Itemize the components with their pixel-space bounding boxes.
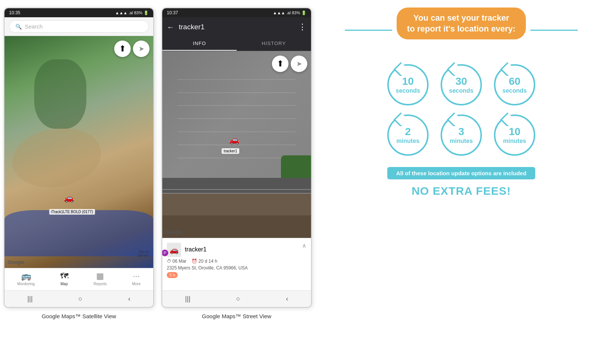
- phone1-tracker-label: iTrack1LTE BOLD (0177): [49, 209, 95, 215]
- phone1-status-bar: 10:35 ▲▲▲ .al 83% 🔋: [5, 8, 153, 17]
- nav-reports[interactable]: ▦ Reports: [94, 271, 107, 287]
- phone1-scale-bar: 200 mi 500 km: [137, 250, 149, 257]
- nav-monitoring-label: Monitoring: [17, 282, 35, 286]
- time-badge: 5 h: [167, 272, 178, 278]
- phone2-car-marker: 🚗: [229, 135, 239, 145]
- ig-line-left: [345, 30, 392, 31]
- phone2-signal: ▲▲▲ .al 83% 🔋: [273, 11, 307, 15]
- android2-home-btn[interactable]: ○: [236, 295, 240, 303]
- phone1-signal: ▲▲▲ .al 83% 🔋: [115, 11, 149, 15]
- phone2-compass-btn[interactable]: ⬆: [272, 56, 288, 72]
- tab-info[interactable]: INFO: [162, 37, 237, 51]
- phone2-wrapper: 10:37 ▲▲▲ .al 83% 🔋 ← tracker1 ⋮ INFO HI…: [162, 8, 312, 319]
- phone1-satellite-map: ⬆ ➤ 🚗 iTrack1LTE BOLD (0177) Google 200 …: [5, 36, 153, 268]
- tracker-name: tracker1: [185, 246, 207, 253]
- scale-500km: 500 km: [137, 254, 149, 257]
- circle-num-3: 2: [405, 126, 411, 138]
- ig-title-banner: You can set your tracker to report it's …: [397, 8, 526, 39]
- ig-line-right: [530, 30, 578, 31]
- android2-back-btn[interactable]: ‹: [286, 295, 288, 303]
- phone2-location-btn[interactable]: ➤: [291, 56, 307, 72]
- nav-monitoring[interactable]: 🚌 Monitoring: [17, 271, 35, 287]
- ig-title-line1: You can set your tracker: [407, 13, 516, 24]
- phone2-time: 10:37: [167, 10, 178, 15]
- clock-icon: ⏱: [167, 259, 171, 264]
- circle-num-4: 3: [458, 126, 464, 138]
- nav-more[interactable]: ··· More: [132, 271, 140, 287]
- tracker-letter-badge: P: [162, 250, 168, 256]
- circle-10min: 10 minutes: [494, 114, 535, 156]
- phone2-status-bar: 10:37 ▲▲▲ .al 83% 🔋: [162, 8, 311, 17]
- phone2: 10:37 ▲▲▲ .al 83% 🔋 ← tracker1 ⋮ INFO HI…: [162, 8, 312, 308]
- info-duration: ⏰ 20 d 14 h: [192, 259, 217, 264]
- phone1-map[interactable]: ⬆ ➤ 🚗 iTrack1LTE BOLD (0177) Google 200 …: [5, 36, 153, 268]
- circle-3min: 3 minutes: [441, 114, 482, 156]
- ig-circles-grid: 10 seconds 30 seconds 60 seconds 2 minut…: [387, 64, 535, 156]
- ig-included-text: All of these location update options are…: [396, 170, 527, 176]
- infographic-panel: You can set your tracker to report it's …: [316, 0, 607, 205]
- tracker-thumb-wrapper: 🚗 P: [167, 243, 181, 256]
- circle-unit-3: minutes: [396, 138, 419, 144]
- phone1-google-logo: Google: [8, 259, 24, 265]
- more-icon: ···: [133, 271, 140, 281]
- phone1-search-bar[interactable]: 🔍 Search: [5, 17, 153, 36]
- phone2-tabs: INFO HISTORY: [162, 37, 311, 51]
- phone1-caption: Google Maps™ Satellite View: [42, 313, 116, 319]
- circle-item-5: 10 minutes: [494, 114, 535, 156]
- circle-unit-1: seconds: [449, 87, 474, 94]
- tab-history[interactable]: HISTORY: [237, 37, 311, 51]
- phone2-map[interactable]: ⬆ ➤ 🚗 tracker1 Google: [162, 51, 311, 238]
- phone2-google-logo: Google: [165, 229, 182, 235]
- circle-item-3: 2 minutes: [387, 114, 429, 156]
- phone2-caption: Google Maps™ Street View: [202, 313, 272, 319]
- circle-item-0: 10 seconds: [387, 64, 429, 105]
- info-date: ⏱ 06 Mar: [167, 259, 186, 264]
- circle-unit-4: minutes: [450, 138, 473, 144]
- map-icon: 🗺: [60, 271, 68, 281]
- nav-reports-label: Reports: [94, 282, 107, 286]
- info-address: 2325 Myers St, Oroville, CA 95966, USA: [167, 265, 307, 271]
- circle-item-1: 30 seconds: [441, 64, 482, 105]
- phone1-time: 10:35: [9, 10, 20, 15]
- circle-10sec: 10 seconds: [387, 64, 429, 105]
- chevron-up-icon: ∧: [302, 242, 307, 249]
- location-icon: ➤: [139, 45, 144, 53]
- phone1-bottom-nav: 🚌 Monitoring 🗺 Map ▦ Reports ··· More: [5, 268, 153, 290]
- ig-title-row: You can set your tracker to report it's …: [345, 8, 578, 53]
- phone1-car-marker: 🚗: [64, 193, 74, 203]
- circle-num-0: 10: [402, 75, 414, 87]
- phone2-info-panel: ∧ 🚗 P tracker1 ⏱ 06 Mar ⏰ 20 d 14 h 2325…: [162, 238, 311, 290]
- phone2-menu-button[interactable]: ⋮: [298, 22, 307, 32]
- compass-icon2: ⬆: [277, 59, 284, 69]
- building: [162, 193, 311, 238]
- nav-map[interactable]: 🗺 Map: [60, 271, 68, 287]
- phone2-header-title: tracker1: [179, 23, 294, 31]
- circle-num-1: 30: [455, 75, 467, 87]
- circle-unit-2: seconds: [503, 87, 527, 94]
- phone1-android-nav: ||| ○ ‹: [5, 290, 153, 307]
- android2-menu-btn[interactable]: |||: [185, 295, 190, 303]
- phone1-search-input[interactable]: 🔍 Search: [9, 20, 149, 33]
- location-icon2: ➤: [296, 60, 302, 68]
- scale-200mi: 200 mi: [137, 250, 149, 254]
- circle-unit-0: seconds: [396, 87, 420, 94]
- info-row1: 🚗 P tracker1: [167, 243, 307, 256]
- phone2-tracker-label: tracker1: [222, 148, 239, 154]
- compass-icon: ⬆: [119, 44, 126, 54]
- phone1-location-btn[interactable]: ➤: [133, 41, 149, 57]
- circle-unit-5: minutes: [503, 138, 526, 144]
- nav-more-label: More: [132, 282, 140, 286]
- android-back-btn[interactable]: ‹: [128, 295, 130, 303]
- search-icon: 🔍: [15, 24, 22, 30]
- circle-num-5: 10: [509, 126, 520, 138]
- phone1-compass-btn[interactable]: ⬆: [114, 41, 131, 57]
- phone1: 10:35 ▲▲▲ .al 83% 🔋 🔍 Search ⬆: [4, 8, 154, 308]
- ig-included-banner: All of these location update options are…: [387, 167, 536, 179]
- android-home-btn[interactable]: ○: [79, 295, 83, 303]
- circle-2min: 2 minutes: [387, 114, 429, 156]
- reports-icon: ▦: [96, 271, 104, 281]
- phone1-wrapper: 10:35 ▲▲▲ .al 83% 🔋 🔍 Search ⬆: [4, 8, 154, 319]
- android-menu-btn[interactable]: |||: [27, 295, 33, 303]
- back-button[interactable]: ←: [167, 23, 174, 32]
- ig-title-line2: to report it's location every:: [407, 24, 516, 35]
